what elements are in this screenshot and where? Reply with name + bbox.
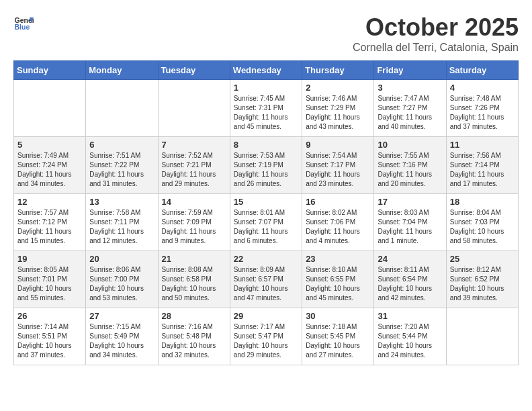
calendar-cell: 17Sunrise: 8:03 AM Sunset: 7:04 PM Dayli…: [374, 194, 446, 251]
day-header-sunday: Sunday: [14, 61, 86, 80]
day-number: 8: [234, 140, 298, 150]
calendar-cell: 11Sunrise: 7:56 AM Sunset: 7:14 PM Dayli…: [446, 137, 518, 194]
day-number: 2: [306, 83, 370, 93]
day-info: Sunrise: 7:49 AM Sunset: 7:24 PM Dayligh…: [17, 151, 82, 189]
day-number: 26: [17, 311, 82, 321]
calendar-cell: 9Sunrise: 7:54 AM Sunset: 7:17 PM Daylig…: [302, 137, 374, 194]
calendar-cell: 28Sunrise: 7:16 AM Sunset: 5:48 PM Dayli…: [158, 308, 230, 365]
day-info: Sunrise: 8:12 AM Sunset: 6:52 PM Dayligh…: [450, 265, 515, 303]
day-info: Sunrise: 7:51 AM Sunset: 7:22 PM Dayligh…: [89, 151, 154, 189]
day-number: 15: [234, 197, 298, 207]
calendar-cell: 30Sunrise: 7:18 AM Sunset: 5:45 PM Dayli…: [302, 308, 374, 365]
day-number: 17: [378, 197, 442, 207]
day-number: 11: [450, 140, 515, 150]
header: General Blue October 2025 Cornella del T…: [13, 13, 519, 54]
calendar-cell: 13Sunrise: 7:58 AM Sunset: 7:11 PM Dayli…: [86, 194, 158, 251]
days-header-row: SundayMondayTuesdayWednesdayThursdayFrid…: [14, 61, 519, 80]
month-title: October 2025: [353, 13, 519, 42]
day-number: 13: [89, 197, 154, 207]
calendar-cell: 5Sunrise: 7:49 AM Sunset: 7:24 PM Daylig…: [14, 137, 86, 194]
day-info: Sunrise: 7:46 AM Sunset: 7:29 PM Dayligh…: [306, 94, 370, 132]
calendar-cell: 22Sunrise: 8:09 AM Sunset: 6:57 PM Dayli…: [230, 251, 302, 308]
day-info: Sunrise: 7:59 AM Sunset: 7:09 PM Dayligh…: [162, 208, 226, 246]
day-number: 18: [450, 197, 515, 207]
day-number: 6: [89, 140, 154, 150]
day-header-monday: Monday: [86, 61, 158, 80]
calendar-cell: 23Sunrise: 8:10 AM Sunset: 6:55 PM Dayli…: [302, 251, 374, 308]
day-info: Sunrise: 7:54 AM Sunset: 7:17 PM Dayligh…: [306, 151, 370, 189]
calendar-cell: 10Sunrise: 7:55 AM Sunset: 7:16 PM Dayli…: [374, 137, 446, 194]
calendar-cell: [158, 80, 230, 137]
day-info: Sunrise: 7:48 AM Sunset: 7:26 PM Dayligh…: [450, 94, 515, 132]
day-number: 10: [378, 140, 442, 150]
day-info: Sunrise: 7:15 AM Sunset: 5:49 PM Dayligh…: [89, 322, 154, 360]
day-info: Sunrise: 7:18 AM Sunset: 5:45 PM Dayligh…: [306, 322, 370, 360]
calendar-cell: 7Sunrise: 7:52 AM Sunset: 7:21 PM Daylig…: [158, 137, 230, 194]
day-number: 25: [450, 254, 515, 264]
calendar-cell: [14, 80, 86, 137]
day-header-wednesday: Wednesday: [230, 61, 302, 80]
day-header-tuesday: Tuesday: [158, 61, 230, 80]
title-section: October 2025 Cornella del Terri, Catalon…: [353, 13, 519, 54]
calendar-cell: 8Sunrise: 7:53 AM Sunset: 7:19 PM Daylig…: [230, 137, 302, 194]
location-title: Cornella del Terri, Catalonia, Spain: [353, 42, 519, 54]
logo: General Blue: [13, 13, 34, 34]
day-number: 20: [89, 254, 154, 264]
calendar-cell: 1Sunrise: 7:45 AM Sunset: 7:31 PM Daylig…: [230, 80, 302, 137]
day-info: Sunrise: 7:53 AM Sunset: 7:19 PM Dayligh…: [234, 151, 298, 189]
calendar-cell: 4Sunrise: 7:48 AM Sunset: 7:26 PM Daylig…: [446, 80, 518, 137]
day-info: Sunrise: 7:14 AM Sunset: 5:51 PM Dayligh…: [17, 322, 82, 360]
day-number: 21: [162, 254, 226, 264]
day-info: Sunrise: 7:56 AM Sunset: 7:14 PM Dayligh…: [450, 151, 515, 189]
svg-text:Blue: Blue: [15, 23, 30, 31]
calendar-cell: 24Sunrise: 8:11 AM Sunset: 6:54 PM Dayli…: [374, 251, 446, 308]
calendar-cell: 2Sunrise: 7:46 AM Sunset: 7:29 PM Daylig…: [302, 80, 374, 137]
day-info: Sunrise: 7:55 AM Sunset: 7:16 PM Dayligh…: [378, 151, 442, 189]
day-number: 3: [378, 83, 442, 93]
day-number: 4: [450, 83, 515, 93]
day-number: 29: [234, 311, 298, 321]
week-row-1: 5Sunrise: 7:49 AM Sunset: 7:24 PM Daylig…: [14, 137, 519, 194]
day-number: 1: [234, 83, 298, 93]
calendar-cell: 27Sunrise: 7:15 AM Sunset: 5:49 PM Dayli…: [86, 308, 158, 365]
day-number: 19: [17, 254, 82, 264]
day-number: 9: [306, 140, 370, 150]
calendar-cell: 18Sunrise: 8:04 AM Sunset: 7:03 PM Dayli…: [446, 194, 518, 251]
day-info: Sunrise: 8:06 AM Sunset: 7:00 PM Dayligh…: [89, 265, 154, 303]
calendar-cell: 19Sunrise: 8:05 AM Sunset: 7:01 PM Dayli…: [14, 251, 86, 308]
day-number: 23: [306, 254, 370, 264]
day-number: 22: [234, 254, 298, 264]
calendar-cell: 25Sunrise: 8:12 AM Sunset: 6:52 PM Dayli…: [446, 251, 518, 308]
day-info: Sunrise: 8:05 AM Sunset: 7:01 PM Dayligh…: [17, 265, 82, 303]
day-info: Sunrise: 8:10 AM Sunset: 6:55 PM Dayligh…: [306, 265, 370, 303]
day-info: Sunrise: 7:57 AM Sunset: 7:12 PM Dayligh…: [17, 208, 82, 246]
day-info: Sunrise: 8:03 AM Sunset: 7:04 PM Dayligh…: [378, 208, 442, 246]
day-header-thursday: Thursday: [302, 61, 374, 80]
day-info: Sunrise: 8:09 AM Sunset: 6:57 PM Dayligh…: [234, 265, 298, 303]
day-number: 7: [162, 140, 226, 150]
calendar-cell: 15Sunrise: 8:01 AM Sunset: 7:07 PM Dayli…: [230, 194, 302, 251]
calendar-cell: 6Sunrise: 7:51 AM Sunset: 7:22 PM Daylig…: [86, 137, 158, 194]
calendar-table: SundayMondayTuesdayWednesdayThursdayFrid…: [13, 60, 519, 365]
day-number: 24: [378, 254, 442, 264]
calendar-cell: 29Sunrise: 7:17 AM Sunset: 5:47 PM Dayli…: [230, 308, 302, 365]
calendar-cell: 14Sunrise: 7:59 AM Sunset: 7:09 PM Dayli…: [158, 194, 230, 251]
calendar-cell: 3Sunrise: 7:47 AM Sunset: 7:27 PM Daylig…: [374, 80, 446, 137]
day-info: Sunrise: 8:08 AM Sunset: 6:58 PM Dayligh…: [162, 265, 226, 303]
calendar-cell: 16Sunrise: 8:02 AM Sunset: 7:06 PM Dayli…: [302, 194, 374, 251]
day-info: Sunrise: 8:04 AM Sunset: 7:03 PM Dayligh…: [450, 208, 515, 246]
day-info: Sunrise: 7:17 AM Sunset: 5:47 PM Dayligh…: [234, 322, 298, 360]
calendar-cell: 12Sunrise: 7:57 AM Sunset: 7:12 PM Dayli…: [14, 194, 86, 251]
day-info: Sunrise: 7:52 AM Sunset: 7:21 PM Dayligh…: [162, 151, 226, 189]
day-number: 16: [306, 197, 370, 207]
day-info: Sunrise: 8:01 AM Sunset: 7:07 PM Dayligh…: [234, 208, 298, 246]
day-header-saturday: Saturday: [446, 61, 518, 80]
day-info: Sunrise: 8:02 AM Sunset: 7:06 PM Dayligh…: [306, 208, 370, 246]
week-row-3: 19Sunrise: 8:05 AM Sunset: 7:01 PM Dayli…: [14, 251, 519, 308]
day-info: Sunrise: 7:45 AM Sunset: 7:31 PM Dayligh…: [234, 94, 298, 132]
day-header-friday: Friday: [374, 61, 446, 80]
logo-icon: General Blue: [13, 13, 34, 34]
day-number: 27: [89, 311, 154, 321]
day-info: Sunrise: 8:11 AM Sunset: 6:54 PM Dayligh…: [378, 265, 442, 303]
calendar-cell: [86, 80, 158, 137]
